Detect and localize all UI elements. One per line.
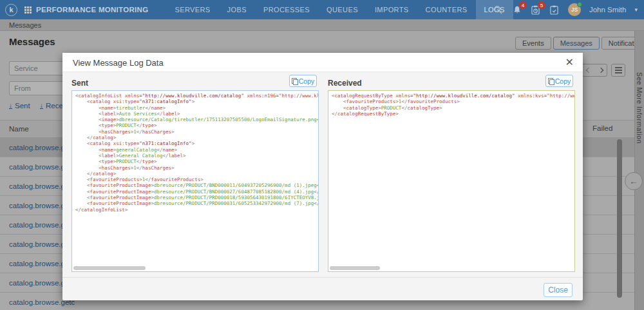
copy-button-label: Copy [555,77,571,85]
close-button[interactable]: Close [544,283,573,297]
received-label: Received [328,79,362,88]
online-status-dot [577,2,582,7]
notifications-bell-icon[interactable]: 4 [512,5,522,15]
avatar-initials: JS [571,6,578,13]
user-avatar[interactable]: JS [568,3,581,16]
nav-items: SERVERSJOBSPROCESSESQUEUESIMPORTSCOUNTER… [166,0,513,19]
tasks-badge: 5 [538,1,545,9]
view-message-log-modal: View Message Log Data ✕ Sent Copy Receiv… [62,53,583,300]
received-message-panel[interactable]: <catalogRequestByType xmlns="http://www.… [328,90,575,272]
search-icon[interactable] [493,5,504,15]
user-name[interactable]: John Smith [589,6,627,14]
sent-horizontal-scrollbar[interactable] [73,266,146,270]
copy-icon [292,78,297,84]
app-logo-icon[interactable]: k [5,4,17,16]
completed-tasks-icon[interactable] [549,5,560,15]
modal-title: View Message Log Data [73,58,164,68]
alerts-badge: 4 [519,1,527,9]
close-button-label: Close [548,286,568,295]
nav-item-imports[interactable]: IMPORTS [366,0,417,19]
close-icon[interactable]: ✕ [565,56,574,68]
nav-item-counters[interactable]: COUNTERS [417,0,476,19]
copy-icon [548,78,553,84]
top-nav: k PERFORMANCE MONITORING SERVERSJOBSPROC… [0,0,644,19]
modal-header: View Message Log Data ✕ [62,53,583,72]
app-title: PERFORMANCE MONITORING [36,6,148,14]
sent-label: Sent [71,79,88,88]
nav-item-processes[interactable]: PROCESSES [255,0,318,19]
copy-sent-button[interactable]: Copy [289,75,317,87]
app-grid-icon[interactable] [24,6,32,14]
pending-tasks-icon[interactable]: 5 [531,5,541,15]
sent-message-panel[interactable]: <catalogInfoList xmlns="http://www.kloud… [71,90,319,272]
nav-item-servers[interactable]: SERVERS [166,0,218,19]
copy-received-button[interactable]: Copy [545,75,573,87]
nav-item-queues[interactable]: QUEUES [318,0,366,19]
received-horizontal-scrollbar[interactable] [330,266,380,270]
sent-code[interactable]: <catalogInfoList xmlns="http://www.kloud… [72,91,318,215]
copy-button-label: Copy [299,77,315,85]
received-code[interactable]: <catalogRequestByType xmlns="http://www.… [328,91,574,119]
user-menu-chevron-icon[interactable]: ▾ [634,6,638,13]
nav-right: 4 5 JS John Smith ▾ [493,0,638,19]
nav-item-jobs[interactable]: JOBS [219,0,255,19]
modal-footer: Close [62,277,583,300]
